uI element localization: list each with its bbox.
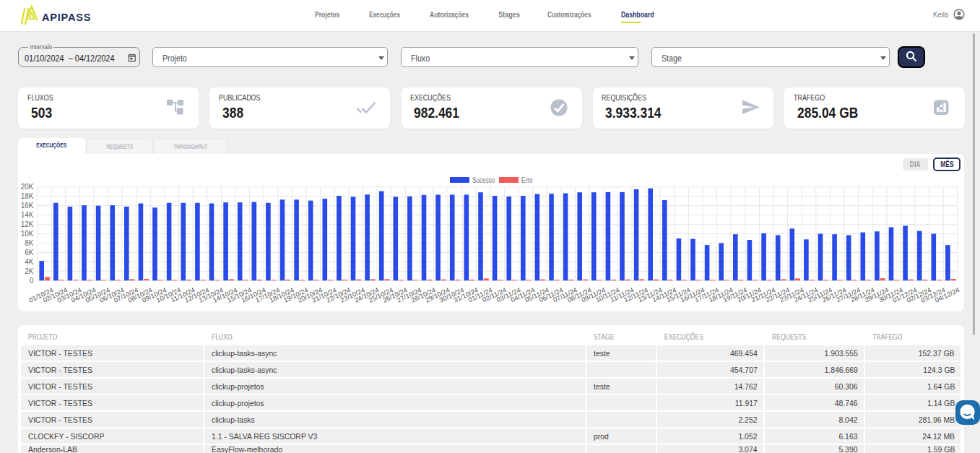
svg-text:8K: 8K [25, 239, 34, 247]
svg-text:12K: 12K [21, 220, 34, 228]
svg-text:10K: 10K [21, 230, 34, 238]
svg-text:14K: 14K [21, 211, 34, 219]
svg-text:0: 0 [30, 277, 34, 285]
svg-text:APIPASS: APIPASS [42, 12, 91, 23]
svg-text:2K: 2K [25, 267, 34, 275]
svg-text:16K: 16K [21, 202, 34, 210]
svg-text:4K: 4K [25, 258, 34, 266]
svg-text:6K: 6K [25, 249, 34, 256]
svg-text:18K: 18K [21, 192, 34, 200]
svg-text:20K: 20K [21, 183, 34, 191]
